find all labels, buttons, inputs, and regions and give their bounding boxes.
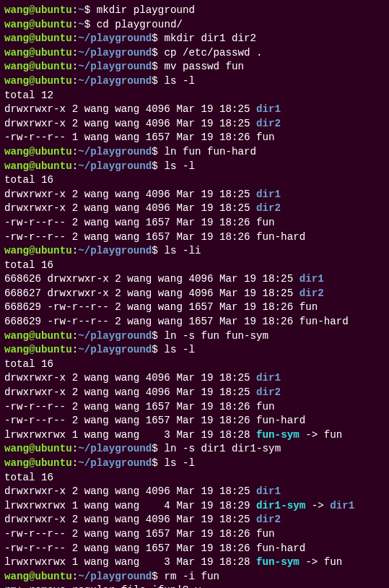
terminal-line: total 12	[4, 89, 385, 103]
terminal-line: wang@ubuntu:~$ mkdir playground	[4, 4, 385, 18]
terminal-line: wang@ubuntu:~/playground$ ls -li	[4, 244, 385, 259]
terminal-line: drwxrwxr-x 2 wang wang 4096 Mar 19 18:25…	[4, 202, 385, 216]
terminal-line: drwxrwxr-x 2 wang wang 4096 Mar 19 18:25…	[4, 386, 385, 400]
terminal-line: drwxrwxr-x 2 wang wang 4096 Mar 19 18:25…	[4, 188, 385, 202]
terminal-line: wang@ubuntu:~/playground$ ls -l	[4, 343, 385, 358]
terminal-line: drwxrwxr-x 2 wang wang 4096 Mar 19 18:25…	[4, 103, 385, 117]
terminal-line: lrwxrwxrwx 1 wang wang 3 Mar 19 18:28 fu…	[4, 428, 385, 443]
terminal-line: total 16	[4, 471, 385, 485]
terminal-line: drwxrwxr-x 2 wang wang 4096 Mar 19 18:25…	[4, 371, 385, 386]
terminal-line: wang@ubuntu:~/playground$ ln fun fun-har…	[4, 145, 385, 160]
terminal-line: wang@ubuntu:~/playground$ ls -l	[4, 457, 385, 471]
terminal-line: 668626 drwxrwxr-x 2 wang wang 4096 Mar 1…	[4, 272, 385, 287]
terminal-line: lrwxrwxrwx 1 wang wang 4 Mar 19 18:29 di…	[4, 499, 385, 514]
terminal-line: lrwxrwxrwx 1 wang wang 3 Mar 19 18:28 fu…	[4, 555, 385, 570]
terminal-line: -rw-r--r-- 2 wang wang 1657 Mar 19 18:26…	[4, 216, 385, 230]
terminal-line: 668627 drwxrwxr-x 2 wang wang 4096 Mar 1…	[4, 287, 385, 301]
terminal-line: drwxrwxr-x 2 wang wang 4096 Mar 19 18:25…	[4, 117, 385, 131]
terminal-line: -rw-r--r-- 2 wang wang 1657 Mar 19 18:26…	[4, 542, 385, 556]
terminal-line: -rw-r--r-- 2 wang wang 1657 Mar 19 18:26…	[4, 230, 385, 245]
terminal-line: wang@ubuntu:~/playground$ ls -l	[4, 74, 385, 89]
terminal-line: wang@ubuntu:~/playground$ cp /etc/passwd…	[4, 46, 385, 61]
terminal-line: wang@ubuntu:~/playground$ mkdir dir1 dir…	[4, 32, 385, 46]
terminal-line: 668629 -rw-r--r-- 2 wang wang 1657 Mar 1…	[4, 315, 385, 329]
terminal-line: -rw-r--r-- 2 wang wang 1657 Mar 19 18:26…	[4, 527, 385, 542]
terminal-line: -rw-r--r-- 2 wang wang 1657 Mar 19 18:26…	[4, 414, 385, 428]
terminal-line: drwxrwxr-x 2 wang wang 4096 Mar 19 18:25…	[4, 513, 385, 527]
terminal-line: -rw-r--r-- 2 wang wang 1657 Mar 19 18:26…	[4, 400, 385, 415]
terminal-line: wang@ubuntu:~/playground$ rm -i fun	[4, 570, 385, 584]
terminal-line: wang@ubuntu:~/playground$ ln -s dir1 dir…	[4, 442, 385, 457]
terminal-line: drwxrwxr-x 2 wang wang 4096 Mar 19 18:25…	[4, 485, 385, 499]
terminal-line: rm: remove regular file `fun'? y	[4, 584, 385, 588]
terminal-line: wang@ubuntu:~/playground$ mv passwd fun	[4, 60, 385, 74]
terminal-line: wang@ubuntu:~/playground$ ls -l	[4, 160, 385, 174]
terminal-line: total 16	[4, 173, 385, 188]
terminal-line: -rw-r--r-- 1 wang wang 1657 Mar 19 18:26…	[4, 131, 385, 145]
terminal-line: total 16	[4, 259, 385, 273]
terminal-line: 668629 -rw-r--r-- 2 wang wang 1657 Mar 1…	[4, 301, 385, 315]
terminal-line: wang@ubuntu:~/playground$ ln -s fun fun-…	[4, 329, 385, 344]
terminal-line: total 16	[4, 358, 385, 372]
terminal-line: wang@ubuntu:~$ cd playground/	[4, 18, 385, 33]
terminal-output[interactable]: wang@ubuntu:~$ mkdir playgroundwang@ubun…	[4, 4, 385, 588]
